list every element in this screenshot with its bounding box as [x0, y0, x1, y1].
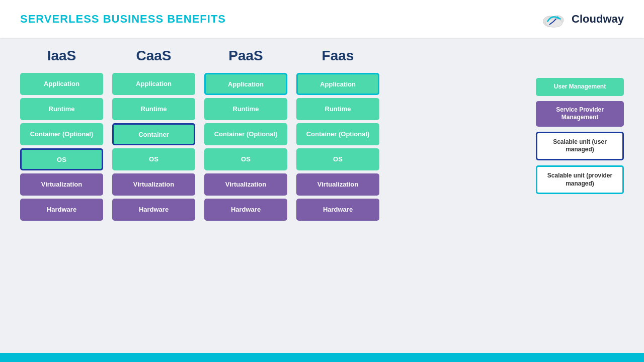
column-title-paas: PaaS: [228, 48, 263, 64]
box-faas-2: Container (Optional): [296, 123, 379, 145]
box-faas-3: OS: [296, 148, 379, 170]
main-content: IaaSApplicationRuntimeContainer (Optiona…: [0, 38, 644, 353]
box-caas-5: Hardware: [112, 199, 195, 221]
stack-caas: ApplicationRuntimeContainerOSVirtualizat…: [112, 73, 195, 221]
box-iaas-3: OS: [20, 148, 103, 170]
logo-text: Cloudway: [572, 13, 624, 26]
right-panel-item-0: User Management: [536, 78, 624, 96]
column-title-caas: CaaS: [136, 48, 171, 64]
box-paas-5: Hardware: [204, 199, 287, 221]
box-iaas-4: Virtualization: [20, 173, 103, 196]
box-paas-3: OS: [204, 148, 287, 170]
cloudway-logo-icon: [541, 9, 567, 29]
box-paas-0: Application: [204, 73, 287, 95]
box-faas-5: Hardware: [296, 199, 379, 221]
column-paas: PaaSApplicationRuntimeContainer (Optiona…: [204, 48, 287, 221]
box-iaas-1: Runtime: [20, 98, 103, 120]
box-iaas-0: Application: [20, 73, 103, 95]
box-paas-1: Runtime: [204, 98, 287, 120]
page-title: SERVERLESS BUSINESS BENEFITS: [20, 13, 226, 26]
logo-area: Cloudway: [541, 9, 624, 29]
box-faas-0: Application: [296, 73, 379, 95]
box-caas-1: Runtime: [112, 98, 195, 120]
box-paas-2: Container (Optional): [204, 123, 287, 145]
column-title-iaas: IaaS: [47, 48, 76, 64]
header: SERVERLESS BUSINESS BENEFITS Cloudway: [0, 0, 644, 38]
stack-faas: ApplicationRuntimeContainer (Optional)OS…: [296, 73, 379, 221]
footer-bar: [0, 353, 644, 362]
right-panel-item-3: Scalable unit (provider managed): [536, 165, 624, 194]
column-faas: FaasApplicationRuntimeContainer (Optiona…: [296, 48, 379, 221]
stack-paas: ApplicationRuntimeContainer (Optional)OS…: [204, 73, 287, 221]
box-caas-0: Application: [112, 73, 195, 95]
box-caas-2: Container: [112, 123, 195, 145]
box-faas-1: Runtime: [296, 98, 379, 120]
column-iaas: IaaSApplicationRuntimeContainer (Optiona…: [20, 48, 103, 221]
box-faas-4: Virtualization: [296, 173, 379, 196]
right-panel: User ManagementService Provider Manageme…: [536, 78, 624, 194]
column-title-faas: Faas: [322, 48, 354, 64]
box-caas-3: OS: [112, 148, 195, 170]
column-caas: CaaSApplicationRuntimeContainerOSVirtual…: [112, 48, 195, 221]
box-caas-4: Virtualization: [112, 173, 195, 196]
box-iaas-5: Hardware: [20, 199, 103, 221]
stack-iaas: ApplicationRuntimeContainer (Optional)OS…: [20, 73, 103, 221]
box-iaas-2: Container (Optional): [20, 123, 103, 145]
right-panel-item-2: Scalable unit (user managed): [536, 132, 624, 160]
box-paas-4: Virtualization: [204, 173, 287, 196]
columns-area: IaaSApplicationRuntimeContainer (Optiona…: [20, 48, 521, 221]
right-panel-item-1: Service Provider Management: [536, 101, 624, 127]
